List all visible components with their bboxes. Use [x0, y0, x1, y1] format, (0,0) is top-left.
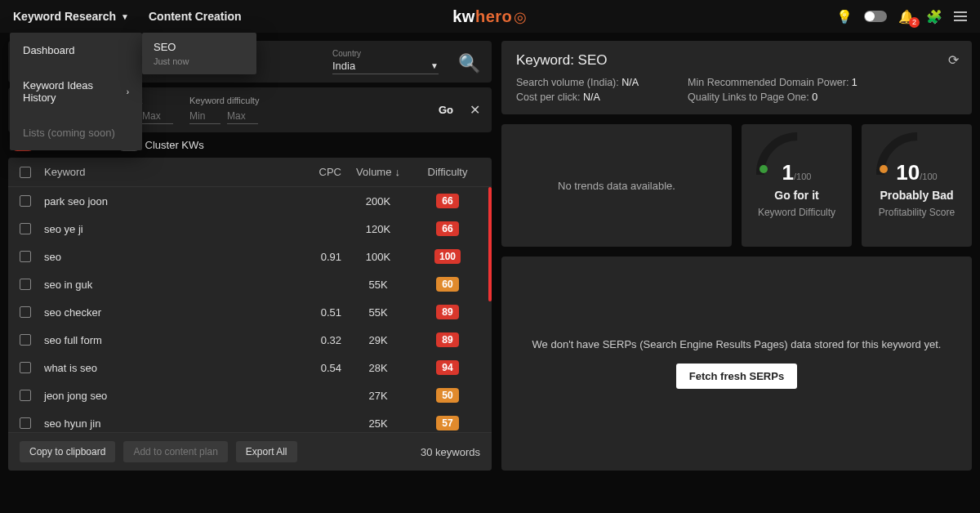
- serps-empty-message: We don't have SERPs (Search Engine Resul…: [532, 338, 942, 350]
- row-difficulty: 60: [415, 277, 480, 292]
- row-checkbox[interactable]: [20, 417, 31, 429]
- keyword-meta: Search volume (India): N/A Cost per clic…: [516, 77, 957, 103]
- row-difficulty: 50: [415, 388, 480, 403]
- dropdown-dashboard[interactable]: Dashboard: [10, 33, 142, 68]
- row-keyword: seo hyun jin: [44, 417, 284, 430]
- main-content: Country India ▼ 🔍 t per click: [0, 33, 980, 479]
- close-filters-icon[interactable]: ✕: [470, 102, 480, 118]
- row-cpc: 0.54: [284, 362, 341, 374]
- country-value: India: [332, 60, 355, 72]
- keyword-title: Keyword: SEO: [516, 52, 957, 69]
- scrollbar-indicator[interactable]: [488, 187, 492, 301]
- go-button[interactable]: Go: [439, 104, 453, 116]
- keyword-header-card: Keyword: SEO ⟳ Search volume (India): N/…: [501, 41, 972, 114]
- keyword-research-dropdown: Dashboard Keyword Ideas History › Lists …: [10, 33, 142, 150]
- kd-min-input[interactable]: [189, 109, 220, 124]
- row-volume: 55K: [341, 306, 415, 319]
- chevron-down-icon: ▼: [121, 12, 129, 21]
- row-keyword: seo in guk: [44, 279, 284, 291]
- row-volume: 120K: [341, 223, 415, 235]
- keywords-table: Keyword CPC Volume ↓ Difficulty park seo…: [8, 158, 492, 471]
- refresh-icon[interactable]: ⟳: [948, 52, 959, 68]
- row-cpc: 0.51: [284, 306, 341, 319]
- chevron-right-icon: ›: [127, 87, 129, 96]
- row-checkbox[interactable]: [20, 279, 31, 290]
- table-row[interactable]: what is seo0.5428K94: [8, 354, 492, 381]
- row-keyword: seo ye ji: [44, 223, 284, 235]
- trends-card: No trends data available.: [501, 124, 732, 247]
- header-difficulty[interactable]: Difficulty: [415, 166, 480, 178]
- cluster-kws-label: Cluster KWs: [145, 139, 204, 151]
- add-to-content-plan-button[interactable]: Add to content plan: [123, 441, 227, 462]
- table-row[interactable]: seo checker0.5155K89: [8, 298, 492, 326]
- row-checkbox[interactable]: [20, 390, 31, 401]
- extension-icon[interactable]: 🧩: [926, 9, 942, 25]
- submenu-item-time: Just now: [154, 56, 245, 66]
- table-row[interactable]: seo in guk55K60: [8, 270, 492, 298]
- right-panel: Keyword: SEO ⟳ Search volume (India): N/…: [501, 41, 972, 471]
- row-checkbox[interactable]: [20, 334, 31, 346]
- table-body[interactable]: park seo joon200K66seo ye ji120K66seo0.9…: [8, 187, 492, 432]
- row-checkbox[interactable]: [20, 195, 31, 207]
- row-volume: 29K: [341, 334, 415, 346]
- topbar-left: Keyword Research ▼ Content Creation: [13, 10, 242, 23]
- row-checkbox[interactable]: [20, 306, 31, 318]
- metrics-row: No trends data available. 1/100 Go for i…: [501, 124, 972, 247]
- chevron-down-icon: ▼: [430, 61, 439, 70]
- table-row[interactable]: seo full form0.3229K89: [8, 326, 492, 354]
- notification-badge: 2: [909, 17, 920, 28]
- table-row[interactable]: jeon jong seo27K50: [8, 381, 492, 409]
- table-row[interactable]: park seo joon200K66: [8, 187, 492, 215]
- cpc-max-input[interactable]: [142, 109, 173, 124]
- dropdown-ideas-history-label: Keyword Ideas History: [23, 79, 127, 104]
- sort-down-icon: ↓: [394, 166, 400, 178]
- row-volume: 28K: [341, 362, 415, 374]
- row-keyword: jeon jong seo: [44, 390, 284, 402]
- ideas-history-submenu: SEO Just now: [142, 33, 256, 74]
- nav-keyword-research[interactable]: Keyword Research ▼: [13, 10, 129, 23]
- hamburger-menu[interactable]: [954, 11, 967, 21]
- table-row[interactable]: seo ye ji120K66: [8, 215, 492, 243]
- country-select[interactable]: India ▼: [332, 58, 439, 74]
- export-all-button[interactable]: Export All: [236, 441, 297, 462]
- search-icon[interactable]: 🔍: [458, 53, 480, 74]
- bell-icon[interactable]: 🔔2: [898, 9, 915, 25]
- gauge-indicator-icon: [760, 165, 768, 173]
- row-volume: 100K: [341, 251, 415, 263]
- row-checkbox[interactable]: [20, 223, 31, 234]
- keyword-difficulty-gauge: 1/100 Go for it Keyword Difficulty: [742, 124, 852, 247]
- nav-content-creation[interactable]: Content Creation: [149, 10, 242, 23]
- header-cpc[interactable]: CPC: [284, 166, 341, 178]
- row-difficulty: 66: [415, 194, 480, 208]
- serps-card: We don't have SERPs (Search Engine Resul…: [501, 256, 972, 471]
- row-checkbox[interactable]: [20, 362, 31, 373]
- header-volume[interactable]: Volume ↓: [341, 166, 415, 178]
- dropdown-ideas-history[interactable]: Keyword Ideas History ›: [10, 68, 142, 115]
- table-row[interactable]: seo hyun jin25K57: [8, 409, 492, 432]
- nav-keyword-research-label: Keyword Research: [13, 10, 116, 23]
- target-icon: ◎: [514, 9, 528, 25]
- copy-to-clipboard-button[interactable]: Copy to clipboard: [20, 441, 115, 462]
- row-volume: 200K: [341, 195, 415, 207]
- row-difficulty: 57: [415, 416, 480, 430]
- profitability-gauge: 10/100 Probably Bad Profitability Score: [862, 124, 972, 247]
- row-difficulty: 89: [415, 305, 480, 319]
- select-all-checkbox[interactable]: [20, 167, 31, 178]
- keywords-count: 30 keywords: [421, 446, 480, 458]
- row-volume: 27K: [341, 390, 415, 402]
- theme-toggle[interactable]: [864, 11, 887, 22]
- lightbulb-icon[interactable]: 💡: [836, 9, 853, 25]
- submenu-item[interactable]: SEO: [154, 41, 245, 53]
- dropdown-lists: Lists (coming soon): [10, 115, 142, 150]
- kd-filter-label: Keyword difficulty: [189, 96, 259, 105]
- table-row[interactable]: seo0.91100K100: [8, 243, 492, 270]
- table-footer: Copy to clipboard Add to content plan Ex…: [8, 432, 492, 471]
- table-header: Keyword CPC Volume ↓ Difficulty: [8, 158, 492, 187]
- row-keyword: seo checker: [44, 306, 284, 319]
- row-checkbox[interactable]: [20, 251, 31, 262]
- header-keyword[interactable]: Keyword: [44, 166, 284, 178]
- kd-max-input[interactable]: [227, 109, 258, 124]
- topbar-right: 💡 🔔2 🧩: [836, 9, 967, 25]
- filter-kd: Keyword difficulty: [189, 96, 259, 124]
- fetch-serps-button[interactable]: Fetch fresh SERPs: [676, 364, 797, 389]
